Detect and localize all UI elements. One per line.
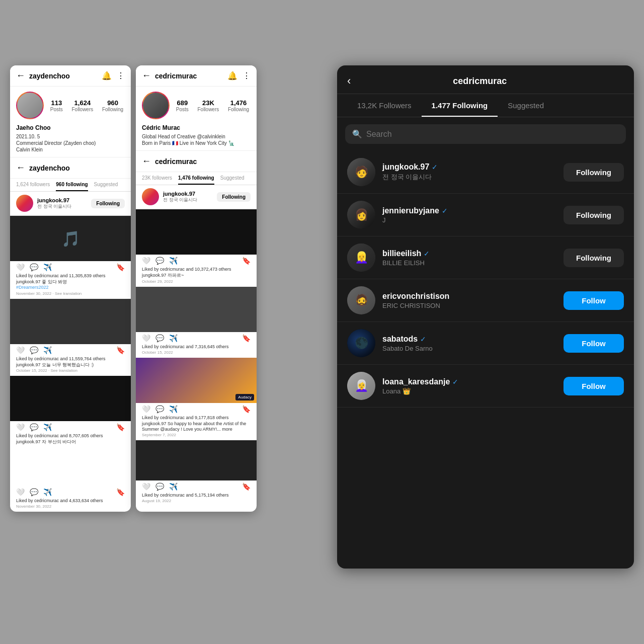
back-arrow-2[interactable]: ←: [142, 70, 151, 81]
back-arrow-1[interactable]: ←: [16, 70, 25, 81]
following-avatar-2: [142, 188, 159, 205]
tab-suggested-dark[interactable]: Suggested: [498, 94, 554, 117]
share-icon-1a[interactable]: ✈️: [43, 263, 52, 271]
tab-suggested-2[interactable]: Suggested: [220, 175, 245, 185]
tab-followers-dark[interactable]: 13,2K Followers: [347, 94, 422, 117]
header-icons-1: 🔔 ⋮: [102, 71, 125, 80]
posts-section-2: 🤍 💬 ✈️ 🔖 Liked by cedricmurac and 10,372…: [136, 209, 257, 506]
dark-back-button[interactable]: ‹: [347, 74, 351, 88]
comment-icon-2a[interactable]: 💬: [155, 257, 164, 265]
follow-btn-billie[interactable]: Following: [564, 249, 624, 267]
user-avatar-loana[interactable]: 👩‍🦳: [347, 372, 375, 400]
share-icon-1c[interactable]: ✈️: [43, 423, 52, 431]
search-icon: 🔍: [352, 129, 362, 139]
comment-icon-1c[interactable]: 💬: [30, 423, 38, 431]
share-icon-2d[interactable]: ✈️: [169, 482, 178, 491]
heart-icon-1a[interactable]: 🤍: [16, 263, 25, 271]
share-icon-1d[interactable]: ✈️: [43, 488, 52, 496]
user-name-row-billie: billieeilish ✓: [382, 249, 556, 258]
phone-panel-2: ← cedricmurac 🔔 ⋮ 689 Posts 23K: [136, 65, 257, 512]
post-date-2d: August 19, 2022: [136, 499, 257, 506]
bookmark-icon-2c[interactable]: 🔖: [242, 405, 251, 413]
post-liked-1d: Liked by cedricmurac and 4,633,634 other…: [10, 497, 131, 504]
search-bar[interactable]: 🔍: [345, 124, 626, 144]
following-avatar-1: [16, 195, 33, 212]
follow-btn-loana[interactable]: Follow: [564, 377, 624, 395]
post-liked-2a: Liked by cedricmurac and 10,372,473 othe…: [136, 266, 257, 273]
profile-stats-1: 113 Posts 1,624 Followers 960 Following: [49, 99, 125, 112]
heart-icon-2d[interactable]: 🤍: [142, 482, 150, 491]
user-name-jennie[interactable]: jennierubyjane: [382, 206, 439, 215]
post-image-1b: [10, 299, 131, 344]
bookmark-icon-1b[interactable]: 🔖: [116, 346, 125, 354]
following-item-2: jungkook.97 전 정국 이을시다 Following: [136, 185, 257, 209]
back-arrow-1b[interactable]: ←: [16, 163, 25, 173]
share-icon-1b[interactable]: ✈️: [43, 346, 52, 354]
post-actions-2a: 🤍 💬 ✈️ 🔖: [136, 255, 257, 266]
bookmark-icon-1c[interactable]: 🔖: [116, 423, 125, 431]
search-input[interactable]: [366, 130, 619, 139]
profile-section-1: 113 Posts 1,624 Followers 960 Following: [10, 87, 131, 124]
more-icon-2[interactable]: ⋮: [243, 71, 251, 80]
share-icon-2b[interactable]: ✈️: [169, 334, 178, 342]
bell-icon-1[interactable]: 🔔: [102, 71, 112, 80]
comment-icon-1a[interactable]: 💬: [30, 263, 38, 271]
more-icon-1[interactable]: ⋮: [117, 71, 125, 80]
follow-btn-eric[interactable]: Follow: [564, 291, 624, 310]
bookmark-icon-2d[interactable]: 🔖: [242, 482, 251, 491]
share-icon-2c[interactable]: ✈️: [169, 405, 178, 413]
dark-header: ‹ cedricmurac: [337, 65, 634, 94]
tab-suggested-1[interactable]: Suggested: [94, 182, 118, 191]
profile-avatar-2: [142, 92, 170, 119]
comment-icon-2c[interactable]: 💬: [155, 405, 164, 413]
user-avatar-eric[interactable]: 🧔: [347, 286, 375, 314]
heart-icon-1d[interactable]: 🤍: [16, 488, 25, 496]
heart-icon-2c[interactable]: 🤍: [142, 405, 150, 413]
heart-icon-1b[interactable]: 🤍: [16, 346, 25, 354]
bell-icon-2[interactable]: 🔔: [227, 71, 237, 80]
following-name-2: jungkook.97: [163, 191, 213, 197]
following-button-2[interactable]: Following: [217, 192, 251, 202]
user-avatar-jungkook[interactable]: 🧑: [347, 158, 375, 186]
heart-icon-2a[interactable]: 🤍: [142, 257, 150, 265]
comment-icon-1b[interactable]: 💬: [30, 346, 38, 354]
tab-following-dark[interactable]: 1.477 Following: [422, 94, 498, 117]
user-name-loana[interactable]: loana_karesdanje: [382, 377, 450, 386]
post-liked-2c: Liked by cedricmurac and 9,177,818 other…: [136, 414, 257, 421]
back-arrow-2b[interactable]: ←: [142, 156, 151, 167]
user-avatar-jennie[interactable]: 👩: [347, 201, 375, 229]
dark-page-title: cedricmurac: [351, 76, 609, 87]
following-button-1[interactable]: Following: [91, 199, 125, 208]
user-avatar-billie[interactable]: 👱‍♀️: [347, 244, 375, 272]
tab-followers-2[interactable]: 23K followers: [142, 175, 172, 185]
user-name-sabato[interactable]: sabatods: [382, 335, 418, 344]
tab-followers-1[interactable]: 1,624 followers: [16, 182, 50, 191]
stat-followers-1: 1,624 Followers: [71, 99, 93, 112]
phone-header-2b: ← cedricmurac: [136, 150, 257, 172]
tab-following-1[interactable]: 960 following: [56, 182, 88, 191]
bookmark-icon-1a[interactable]: 🔖: [116, 263, 125, 271]
bookmark-icon-1d[interactable]: 🔖: [116, 488, 125, 496]
user-item-loana: 👩‍🦳 loana_karesdanje ✓ Loana 👑 Follow: [337, 365, 634, 408]
follow-btn-sabato[interactable]: Follow: [564, 334, 624, 353]
follow-btn-jennie[interactable]: Following: [564, 206, 624, 224]
stat-posts-2: 689 Posts: [176, 99, 189, 112]
tab-following-2[interactable]: 1,476 following: [178, 175, 214, 185]
heart-icon-1c[interactable]: 🤍: [16, 423, 25, 431]
share-icon-2a[interactable]: ✈️: [169, 257, 178, 265]
user-info-loana: loana_karesdanje ✓ Loana 👑: [382, 377, 556, 395]
heart-icon-2b[interactable]: 🤍: [142, 334, 150, 342]
bookmark-icon-2a[interactable]: 🔖: [242, 257, 251, 265]
follow-btn-jungkook[interactable]: Following: [564, 163, 624, 182]
user-name-jungkook[interactable]: jungkook.97: [382, 163, 429, 172]
post-image-1a: 🎵: [10, 216, 131, 261]
verified-badge-billie: ✓: [424, 250, 430, 258]
comment-icon-2d[interactable]: 💬: [155, 482, 164, 491]
bookmark-icon-2b[interactable]: 🔖: [242, 334, 251, 342]
user-item-billie: 👱‍♀️ billieeilish ✓ BILLIE EILISH Follow…: [337, 236, 634, 279]
user-name-eric[interactable]: ericvonchristison: [382, 292, 449, 301]
user-name-billie[interactable]: billieeilish: [382, 249, 421, 258]
comment-icon-2b[interactable]: 💬: [155, 334, 164, 342]
comment-icon-1d[interactable]: 💬: [30, 488, 38, 496]
user-avatar-sabato[interactable]: 🌑: [347, 329, 375, 357]
